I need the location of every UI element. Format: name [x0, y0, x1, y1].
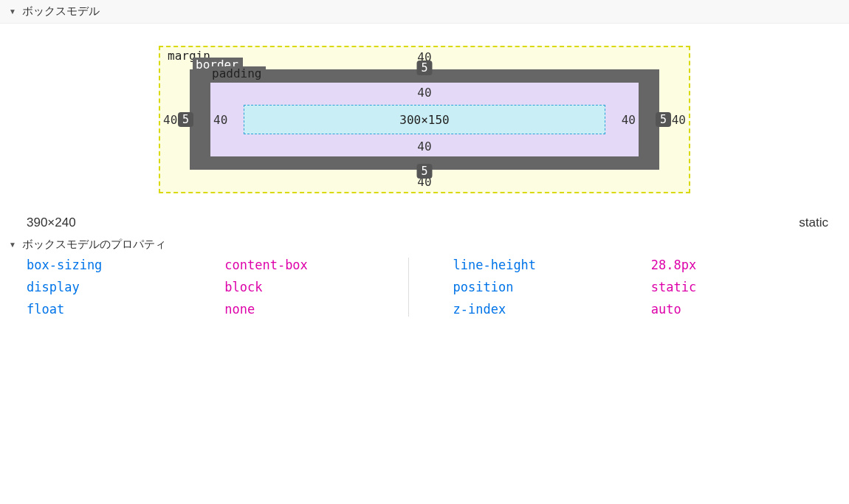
- prop-value: none: [224, 302, 408, 317]
- prop-value: auto: [651, 302, 834, 317]
- padding-top-value[interactable]: 40: [417, 86, 431, 100]
- props-column-right: line-height 28.8px position static z-ind…: [408, 258, 835, 317]
- boxmodel-properties-header[interactable]: ▼ ボックスモデルのプロパティ: [0, 235, 849, 258]
- element-size: 390×240: [27, 215, 76, 230]
- border-right-value[interactable]: 5: [656, 112, 671, 127]
- border-top-value[interactable]: 5: [416, 61, 432, 75]
- margin-region[interactable]: margin 40 40 40 40 border 5 5 5 5 paddin…: [159, 46, 690, 193]
- element-position-value: static: [799, 215, 828, 230]
- content-size: 300×150: [399, 113, 449, 127]
- boxmodel-summary: 390×240 static: [0, 208, 849, 235]
- boxmodel-section-header[interactable]: ▼ ボックスモデル: [0, 0, 849, 24]
- prop-value: static: [651, 280, 834, 294]
- padding-right-value[interactable]: 40: [622, 113, 636, 127]
- boxmodel-diagram: margin 40 40 40 40 border 5 5 5 5 paddin…: [0, 24, 849, 208]
- margin-left-value[interactable]: 40: [163, 113, 177, 127]
- boxmodel-section-title: ボックスモデル: [22, 4, 100, 18]
- border-left-value[interactable]: 5: [178, 112, 193, 127]
- prop-name: display: [27, 280, 210, 294]
- content-region[interactable]: 300×150: [244, 105, 605, 134]
- margin-right-value[interactable]: 40: [672, 113, 686, 127]
- prop-name: z-index: [453, 302, 636, 317]
- border-region[interactable]: border 5 5 5 5 padding 40 40 40 40 300×1…: [190, 69, 659, 170]
- prop-name: line-height: [453, 258, 636, 272]
- padding-label: padding: [209, 66, 266, 82]
- prop-value: 28.8px: [651, 258, 834, 272]
- props-column-left: box-sizing content-box display block flo…: [27, 258, 408, 317]
- prop-name: box-sizing: [27, 258, 210, 272]
- boxmodel-properties-title: ボックスモデルのプロパティ: [22, 238, 166, 252]
- boxmodel-properties: box-sizing content-box display block flo…: [0, 258, 849, 339]
- padding-region[interactable]: padding 40 40 40 40 300×150: [210, 83, 639, 156]
- prop-value: block: [224, 280, 408, 294]
- border-bottom-value[interactable]: 5: [416, 164, 432, 179]
- twisty-down-icon: ▼: [9, 7, 16, 15]
- prop-name: position: [453, 280, 636, 294]
- twisty-down-icon: ▼: [9, 241, 16, 249]
- prop-value: content-box: [224, 258, 408, 272]
- padding-bottom-value[interactable]: 40: [417, 139, 431, 153]
- padding-left-value[interactable]: 40: [213, 113, 227, 127]
- prop-name: float: [27, 302, 210, 317]
